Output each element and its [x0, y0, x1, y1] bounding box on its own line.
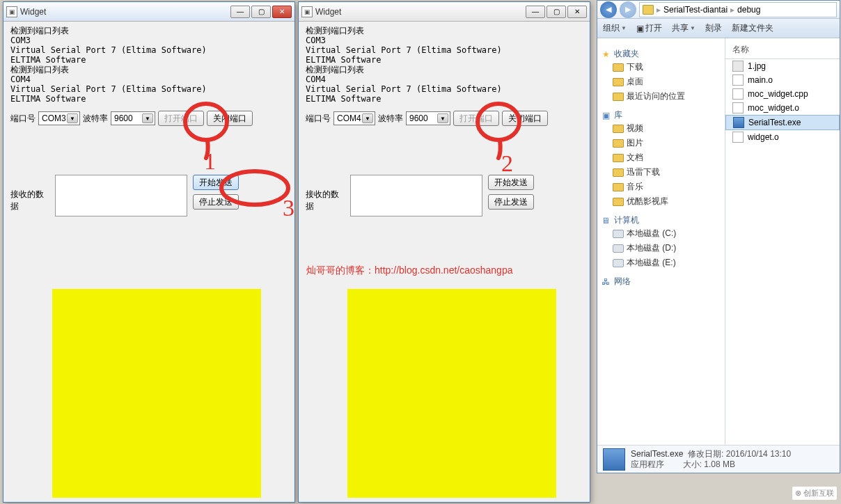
status-kind: 应用程序 — [631, 459, 664, 469]
file-row[interactable]: widget.o — [725, 130, 840, 144]
maximize-button[interactable]: ▢ — [251, 6, 271, 18]
recv-textbox[interactable] — [55, 175, 187, 216]
port-list: 检测到端口列表 COM3 Virtual Serial Port 7 (Elti… — [306, 26, 583, 104]
recv-label: 接收的数据 — [10, 189, 49, 212]
tree-item[interactable]: 本地磁盘 (E:) — [600, 255, 722, 270]
data-area: 接收的数据 开始发送 停止发送 — [306, 175, 583, 216]
port-combo[interactable]: COM4▼ — [333, 111, 375, 125]
tree-item[interactable]: 最近访问的位置 — [600, 89, 722, 104]
window-title: Widget — [315, 7, 524, 17]
tree-item[interactable]: 桌面 — [600, 74, 722, 89]
file-row[interactable]: moc_widget.cpp — [725, 87, 840, 101]
tree-item[interactable]: 音乐 — [600, 180, 722, 194]
file-name: main.o — [748, 75, 773, 85]
recv-label: 接收的数据 — [306, 189, 345, 212]
titlebar[interactable]: ▣ Widget — ▢ ✕ — [299, 2, 590, 22]
chevron-down-icon: ▼ — [67, 113, 78, 123]
baud-label: 波特率 — [83, 113, 108, 125]
widget-body: 检测到端口列表 COM3 Virtual Serial Port 7 (Elti… — [299, 22, 590, 502]
window-title: Widget — [20, 7, 229, 17]
tree-item[interactable]: 迅雷下载 — [600, 165, 722, 180]
open-port-button[interactable]: 打开端口 — [158, 111, 204, 126]
organize-menu[interactable]: 组织▼ — [603, 22, 627, 34]
explorer-toolbar: 组织▼ ▣ 打开 共享▼ 刻录 新建文件夹 — [597, 19, 840, 38]
minimize-button[interactable]: — — [230, 6, 250, 18]
port-controls: 端口号 COM4▼ 波特率 9600▼ 打开端口 关闭端口 — [306, 111, 583, 126]
forward-button[interactable]: ▶ — [620, 1, 636, 18]
file-list: 名称 1.jpgmain.omoc_widget.cppmoc_widget.o… — [725, 38, 840, 445]
site-watermark: ⊗ 创新互联 — [792, 487, 837, 500]
port-combo[interactable]: COM3▼ — [38, 111, 80, 125]
baud-combo[interactable]: 9600▼ — [111, 111, 155, 125]
close-button[interactable]: ✕ — [272, 6, 292, 18]
port-controls: 端口号 COM3▼ 波特率 9600▼ 打开端口 关闭端口 — [10, 111, 288, 126]
file-icon — [733, 117, 744, 128]
file-icon — [732, 61, 744, 72]
stop-send-button[interactable]: 停止发送 — [488, 194, 534, 210]
baud-combo[interactable]: 9600▼ — [406, 111, 450, 125]
tree-item[interactable]: 图片 — [600, 136, 722, 150]
file-icon — [732, 102, 744, 113]
tree-item[interactable]: 本地磁盘 (C:) — [600, 226, 722, 241]
breadcrumb-item[interactable]: debug — [737, 5, 760, 15]
stop-send-button[interactable]: 停止发送 — [193, 194, 239, 210]
yellow-display — [52, 289, 261, 498]
burn-button[interactable]: 刻录 — [705, 22, 722, 34]
baud-label: 波特率 — [378, 113, 403, 125]
explorer-body: ★收藏夹下载桌面最近访问的位置▣库视频图片文档迅雷下载音乐优酷影视库🖥计算机本地… — [597, 38, 840, 445]
port-label: 端口号 — [10, 113, 36, 125]
recv-textbox[interactable] — [350, 175, 482, 216]
tree-item[interactable]: 本地磁盘 (D:) — [600, 241, 722, 255]
tree-item[interactable]: 下载 — [600, 60, 722, 74]
widget-window-2: ▣ Widget — ▢ ✕ 检测到端口列表 COM3 Virtual Seri… — [298, 1, 590, 503]
window-controls: — ▢ ✕ — [229, 6, 292, 18]
close-port-button[interactable]: 关闭端口 — [207, 111, 253, 126]
file-row[interactable]: moc_widget.o — [725, 101, 840, 115]
widget-window-1: ▣ Widget — ▢ ✕ 检测到端口列表 COM3 Virtual Seri… — [3, 1, 295, 503]
file-name: moc_widget.cpp — [748, 89, 808, 99]
share-menu[interactable]: 共享▼ — [672, 22, 695, 34]
tree-item[interactable]: 视频 — [600, 121, 722, 136]
blog-watermark: 灿哥哥的博客：http://blog.csdn.net/caoshangpa — [306, 265, 512, 277]
file-row[interactable]: SerialTest.exe — [725, 115, 840, 130]
port-label: 端口号 — [306, 113, 331, 125]
data-area: 接收的数据 开始发送 停止发送 — [10, 175, 288, 216]
back-button[interactable]: ◀ — [600, 1, 617, 18]
breadcrumb-item[interactable]: SerialTest-diantai — [663, 5, 728, 15]
new-folder-button[interactable]: 新建文件夹 — [732, 22, 773, 34]
close-port-button[interactable]: 关闭端口 — [502, 111, 548, 126]
chevron-down-icon: ▼ — [362, 113, 373, 123]
breadcrumb[interactable]: ▸ SerialTest-diantai ▸ debug — [639, 2, 837, 17]
file-type-icon — [603, 448, 625, 471]
status-date: 2016/10/14 13:10 — [726, 449, 791, 459]
tree-item[interactable]: 文档 — [600, 150, 722, 165]
file-icon — [732, 74, 744, 86]
start-send-button[interactable]: 开始发送 — [488, 175, 534, 190]
app-icon: ▣ — [301, 6, 313, 17]
maximize-button[interactable]: ▢ — [547, 6, 566, 18]
close-button[interactable]: ✕ — [567, 6, 587, 18]
explorer-nav: ◀ ▶ ▸ SerialTest-diantai ▸ debug — [597, 1, 840, 19]
file-icon — [732, 132, 744, 143]
file-name: SerialTest.exe — [748, 118, 801, 127]
tree-item[interactable]: 优酷影视库 — [600, 194, 722, 209]
open-port-button[interactable]: 打开端口 — [453, 111, 499, 126]
widget-body: 检测到端口列表 COM3 Virtual Serial Port 7 (Elti… — [3, 22, 294, 502]
file-explorer: ◀ ▶ ▸ SerialTest-diantai ▸ debug 组织▼ ▣ 打… — [597, 0, 840, 473]
status-size: 1.08 MB — [704, 459, 735, 469]
open-button[interactable]: ▣ 打开 — [636, 22, 662, 34]
file-name: 1.jpg — [748, 61, 766, 71]
titlebar[interactable]: ▣ Widget — ▢ ✕ — [3, 2, 294, 22]
file-row[interactable]: 1.jpg — [725, 59, 840, 73]
file-icon — [732, 88, 744, 100]
file-row[interactable]: main.o — [725, 73, 840, 87]
yellow-display — [347, 289, 556, 498]
window-controls: — ▢ ✕ — [524, 6, 587, 18]
file-name: moc_widget.o — [748, 103, 799, 113]
start-send-button[interactable]: 开始发送 — [193, 175, 239, 190]
column-header[interactable]: 名称 — [725, 41, 840, 59]
status-filename: SerialTest.exe — [631, 449, 683, 459]
minimize-button[interactable]: — — [526, 6, 545, 18]
folder-icon — [643, 5, 654, 15]
chevron-down-icon: ▼ — [437, 113, 448, 123]
